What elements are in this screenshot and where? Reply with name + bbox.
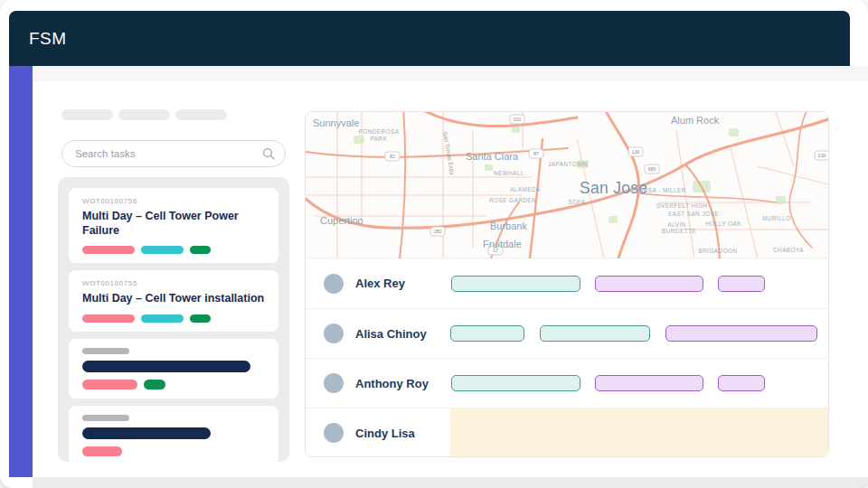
status-pill-green bbox=[190, 314, 211, 323]
app-header: FSM bbox=[9, 11, 850, 66]
map-label-town: Sunnyvale bbox=[313, 117, 359, 128]
svg-text:680: 680 bbox=[647, 166, 656, 172]
schedule-block-purple[interactable] bbox=[718, 276, 765, 292]
svg-text:82: 82 bbox=[390, 154, 395, 159]
svg-text:87: 87 bbox=[533, 151, 539, 156]
task-card[interactable]: WOT00100755Multi Day – Cell Tower instal… bbox=[69, 270, 278, 332]
status-pill-pink bbox=[82, 246, 135, 254]
skeleton-title-bar bbox=[82, 361, 250, 372]
map-label-district: BURDETTE bbox=[662, 228, 696, 234]
task-title: Multi Day – Cell Tower Power Failure bbox=[82, 210, 265, 238]
avatar bbox=[324, 274, 344, 294]
map-label-district: CHABOYA bbox=[773, 247, 804, 253]
dispatch-board: 101828728017130680130 SunnyvalePONDEROSA… bbox=[305, 111, 829, 457]
tab-placeholder bbox=[175, 109, 227, 120]
technician-row[interactable]: Alex Rey bbox=[306, 258, 828, 308]
task-card-skeleton bbox=[69, 406, 278, 462]
technician-row[interactable]: Alisa Chinoy bbox=[306, 308, 828, 358]
map-label-town: Alum Rock bbox=[671, 115, 720, 126]
technician-name: Alisa Chinoy bbox=[355, 327, 427, 341]
schedule-block-teal[interactable] bbox=[451, 276, 580, 292]
map-label-district: ALAMEDA bbox=[510, 186, 541, 192]
schedule-block-purple[interactable] bbox=[665, 325, 817, 342]
task-status-pills bbox=[82, 246, 265, 254]
app-title: FSM bbox=[29, 29, 67, 49]
technician-row[interactable]: Anthony Roy bbox=[306, 358, 828, 408]
task-card-skeleton bbox=[69, 339, 278, 399]
task-list-panel: WOT00100756Multi Day – Cell Tower Power … bbox=[58, 177, 289, 462]
task-card[interactable]: WOT00100756Multi Day – Cell Tower Power … bbox=[69, 188, 278, 263]
map-label-district: DORSA - MILLER bbox=[634, 187, 685, 193]
schedule-block-purple[interactable] bbox=[595, 375, 703, 391]
map-label-district: EAST SAN JOSE bbox=[668, 211, 719, 217]
map-label-district: NEWHALL bbox=[494, 170, 524, 176]
map-label-town: Santa Clara bbox=[466, 151, 519, 162]
left-accent-strip bbox=[9, 66, 33, 477]
highway-shield: 680 bbox=[645, 164, 659, 174]
skeleton-title-bar bbox=[82, 427, 211, 439]
svg-text:101: 101 bbox=[513, 117, 521, 122]
schedule-block-purple[interactable] bbox=[595, 276, 703, 292]
task-title: Multi Day – Cell Tower installation bbox=[82, 292, 265, 306]
selected-timeslot-highlight[interactable] bbox=[450, 408, 828, 457]
technician-rows: Alex ReyAlisa ChinoyAnthony RoyCindy Lis… bbox=[306, 258, 828, 457]
technician-name: Cindy Lisa bbox=[355, 427, 415, 440]
svg-text:130: 130 bbox=[817, 153, 826, 158]
skeleton-label-bar bbox=[82, 348, 129, 354]
tab-placeholder bbox=[61, 109, 113, 120]
technician-name: Alex Rey bbox=[355, 277, 405, 290]
task-code: WOT00100756 bbox=[82, 197, 265, 205]
technician-row[interactable]: Cindy Lisa bbox=[306, 408, 828, 457]
tab-placeholder bbox=[118, 109, 170, 120]
map-label-district: SOFA bbox=[569, 199, 586, 205]
highway-shield: 130 bbox=[628, 147, 643, 156]
highway-shield: 130 bbox=[815, 151, 828, 160]
task-code: WOT00100755 bbox=[82, 279, 265, 287]
map-label-district: BRIGADOON bbox=[698, 248, 737, 254]
map-label-town: Fruitdale bbox=[483, 239, 522, 249]
map-label-district: PONDEROSA bbox=[359, 128, 400, 135]
schedule-block-purple[interactable] bbox=[718, 375, 765, 391]
search-input[interactable] bbox=[62, 148, 262, 159]
highway-shield: 101 bbox=[510, 115, 524, 124]
bottom-band bbox=[33, 477, 868, 488]
search-tasks-box[interactable] bbox=[61, 140, 286, 167]
avatar bbox=[324, 373, 344, 393]
skeleton-label-bar bbox=[82, 415, 129, 421]
app-window: FSM WOT00100756Multi Day – Cell Tower Po… bbox=[0, 0, 868, 488]
svg-text:130: 130 bbox=[631, 149, 639, 155]
technician-name: Anthony Roy bbox=[355, 377, 429, 390]
schedule-block-teal[interactable] bbox=[451, 375, 580, 391]
map-label-district: ROSE GARDEN bbox=[489, 197, 536, 203]
map-label-town: Burbank bbox=[490, 221, 527, 231]
map-label-district: ALVIN - bbox=[667, 221, 690, 228]
skeleton-pill-green bbox=[144, 380, 165, 389]
skeleton-pills bbox=[82, 380, 265, 389]
task-status-pills bbox=[82, 314, 265, 323]
subheader-band bbox=[33, 66, 868, 81]
highway-shield: 82 bbox=[385, 152, 400, 161]
status-pill-pink bbox=[82, 314, 135, 323]
map-label-district: PARK bbox=[371, 136, 388, 142]
status-pill-teal bbox=[141, 246, 184, 254]
skeleton-pill-pink bbox=[82, 380, 137, 389]
map-label-district: JAPANTOWN bbox=[548, 161, 588, 167]
skeleton-pills bbox=[82, 446, 265, 456]
map-label-district: OVERFELT HIGH bbox=[656, 202, 708, 209]
svg-text:280: 280 bbox=[433, 229, 441, 234]
status-pill-green bbox=[190, 246, 211, 254]
search-icon[interactable] bbox=[262, 147, 275, 160]
map-label-district: MURILLO bbox=[762, 215, 791, 221]
avatar bbox=[324, 324, 344, 343]
highway-shield: 280 bbox=[430, 227, 445, 236]
map-label-district: HOLLY OAK bbox=[705, 221, 741, 227]
schedule-block-teal[interactable] bbox=[450, 325, 524, 342]
loading-tab-placeholders bbox=[61, 109, 227, 120]
skeleton-pill-pink bbox=[82, 446, 122, 456]
map-label-town: Cupertino bbox=[320, 215, 363, 226]
status-pill-teal bbox=[141, 314, 184, 323]
map[interactable]: 101828728017130680130 SunnyvalePONDEROSA… bbox=[306, 112, 828, 258]
schedule-block-teal[interactable] bbox=[540, 325, 650, 342]
highway-shield: 87 bbox=[529, 149, 543, 158]
screen: FSM WOT00100756Multi Day – Cell Tower Po… bbox=[0, 0, 868, 488]
